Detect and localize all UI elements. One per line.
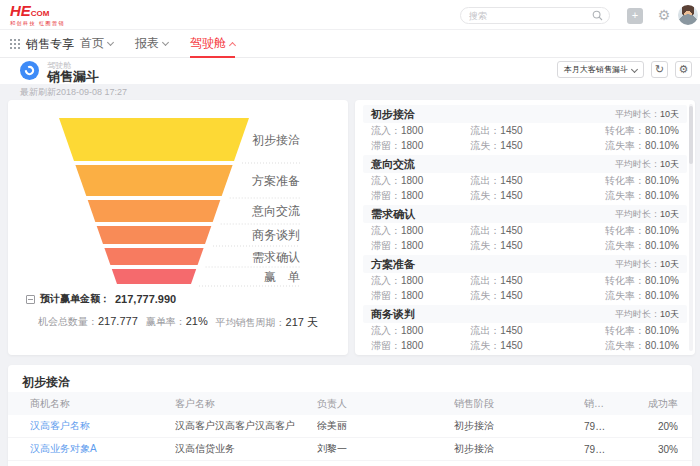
stage-card: 需求确认平均时长：10天流入：1800流出：1450转化率：80.10%滞留：1…	[363, 205, 687, 253]
metric: 流失：1450	[470, 288, 569, 303]
grid-icon	[10, 39, 20, 49]
avg-duration-label: 平均时长：	[615, 309, 660, 319]
refresh-icon: ↻	[655, 63, 664, 76]
table-cell: 汉高客户汉高客户汉高客户	[175, 419, 317, 433]
avg-duration-label: 平均时长：	[615, 209, 660, 219]
brand-logo[interactable]: HECOM 和创科技 红圈营销	[10, 3, 65, 26]
logo-text: HE	[10, 2, 31, 19]
funnel-scope-select[interactable]: 本月大客销售漏斗	[557, 61, 644, 78]
metric-label: 流失：	[470, 290, 500, 301]
user-avatar[interactable]	[678, 5, 698, 25]
table-row[interactable]: 汉高客户名称汉高客户汉高客户汉高客户徐美丽初步接洽790,779,77920%	[8, 415, 692, 438]
search-icon	[592, 10, 603, 21]
avg-duration-badge: 平均时长：10天	[615, 308, 679, 321]
table-header-row: 商机名称客户名称负责人销售阶段销售金额成功率	[8, 392, 692, 415]
metric: 流出：1450	[470, 173, 569, 188]
metric-label: 流失率：	[605, 290, 645, 301]
funnel-segment[interactable]	[59, 118, 249, 161]
metric-label: 流出：	[470, 275, 500, 286]
metric-label: 流失率：	[605, 190, 645, 201]
metric-value: 80.10%	[645, 290, 679, 301]
funnel-stage-label: 方案准备	[252, 174, 300, 188]
page-title: 销售漏斗	[47, 68, 99, 86]
search-input[interactable]	[469, 11, 592, 21]
metric-value: 1450	[500, 225, 522, 236]
funnel-segment[interactable]	[75, 165, 232, 196]
metric-label: 滞留：	[371, 340, 401, 351]
funnel-stage-label: 初步接洽	[252, 133, 300, 147]
metric-label: 转化率：	[605, 325, 645, 336]
metric-label: 滞留：	[371, 140, 401, 151]
funnel-segment[interactable]	[97, 226, 212, 244]
column-header: 成功率	[608, 397, 678, 411]
metric-label: 流出：	[470, 325, 500, 336]
column-header: 商机名称	[30, 397, 175, 411]
avg-duration-label: 平均时长：	[615, 109, 660, 119]
metric-value: 1450	[500, 125, 522, 136]
opportunity-link[interactable]: 汉高客户名称	[30, 419, 175, 433]
table-cell: 刘黎一	[317, 442, 454, 456]
tab-home[interactable]: 首页	[80, 30, 113, 58]
funnel-card: 初步接洽方案准备意向交流商务谈判需求确认赢 单 预计赢单金额： 217,777.…	[8, 100, 348, 355]
metric: 流出：1450	[470, 273, 569, 288]
table-cell: 初步接洽	[454, 442, 584, 456]
funnel-segment[interactable]	[112, 269, 196, 284]
column-header: 客户名称	[175, 397, 317, 411]
metric-label: 流出：	[470, 225, 500, 236]
metric: 流入：1800	[371, 173, 470, 188]
table-row[interactable]: 汉高业务对象A汉高信贷业务刘黎一初步接洽790,779,77930%	[8, 438, 692, 461]
metric: 转化率：80.10%	[570, 323, 679, 338]
metric: 流失率：80.10%	[570, 138, 679, 153]
funnel-segment[interactable]	[88, 200, 221, 222]
checkbox-icon[interactable]	[26, 295, 35, 304]
metric-value: 1800	[401, 140, 423, 151]
scrollbar[interactable]	[689, 104, 693, 351]
stage-card: 初步接洽平均时长：10天流入：1800流出：1450转化率：80.10%滞留：1…	[363, 105, 687, 153]
settings-icon[interactable]: ⚙	[655, 6, 673, 24]
avg-duration-badge: 平均时长：10天	[615, 108, 679, 121]
stat-win-rate: 赢单率：21%	[146, 315, 208, 330]
metric-label: 流失：	[470, 240, 500, 251]
stage-name: 初步接洽	[371, 107, 415, 122]
metric: 流失率：80.10%	[570, 188, 679, 203]
dashboard-icon	[20, 61, 39, 80]
metric: 流出：1450	[470, 123, 569, 138]
metric-value: 1800	[401, 125, 423, 136]
metric-value: 1800	[401, 190, 423, 201]
module-switcher[interactable]: 销售专享	[10, 30, 74, 58]
stage-card-header: 意向交流平均时长：10天	[363, 155, 687, 173]
sales-funnel-chart: 初步接洽方案准备意向交流商务谈判需求确认赢 单	[8, 100, 348, 290]
expected-win-amount: 预计赢单金额： 217,777.990	[26, 292, 176, 306]
metric-value: 1450	[500, 240, 522, 251]
metric: 流失：1450	[470, 238, 569, 253]
metric: 滞留：1800	[371, 188, 470, 203]
header-controls: 本月大客销售漏斗 ↻ ⚙	[557, 61, 692, 78]
tab-reports[interactable]: 报表	[135, 30, 168, 58]
add-button[interactable]: +	[627, 8, 643, 24]
funnel-segment[interactable]	[104, 248, 203, 265]
metric: 流出：1450	[470, 223, 569, 238]
table-title: 初步接洽	[22, 374, 70, 391]
scrollbar-thumb[interactable]	[689, 106, 693, 164]
module-label: 销售专享	[26, 36, 74, 53]
opportunity-link[interactable]: 汉高业务对象A	[30, 442, 175, 456]
stage-card: 商务谈判平均时长：10天流入：1800流出：1450转化率：80.10%滞留：1…	[363, 305, 687, 353]
metric-value: 1450	[500, 190, 522, 201]
metric-label: 流入：	[371, 275, 401, 286]
avg-duration-label: 平均时长：	[615, 159, 660, 169]
metric-value: 80.10%	[645, 340, 679, 351]
funnel-stats: 机会总数量：217.777 赢单率：21% 平均销售周期：217 天	[38, 315, 318, 330]
column-header: 销售阶段	[454, 397, 584, 411]
stage-name: 意向交流	[371, 157, 415, 172]
tab-cockpit[interactable]: 驾驶舱	[190, 30, 235, 58]
table-cell: 20%	[608, 421, 678, 432]
stage-metrics: 流入：1800流出：1450转化率：80.10%滞留：1800流失：1450流失…	[363, 223, 687, 253]
refresh-button[interactable]: ↻	[651, 61, 668, 78]
metric-value: 1800	[401, 275, 423, 286]
metric-value: 80.10%	[645, 225, 679, 236]
gear-icon: ⚙	[679, 63, 689, 76]
stage-metrics: 流入：1800流出：1450转化率：80.10%滞留：1800流失：1450流失…	[363, 273, 687, 303]
stage-card: 方案准备平均时长：10天流入：1800流出：1450转化率：80.10%滞留：1…	[363, 255, 687, 303]
metric: 转化率：80.10%	[570, 123, 679, 138]
card-settings-button[interactable]: ⚙	[675, 61, 692, 78]
